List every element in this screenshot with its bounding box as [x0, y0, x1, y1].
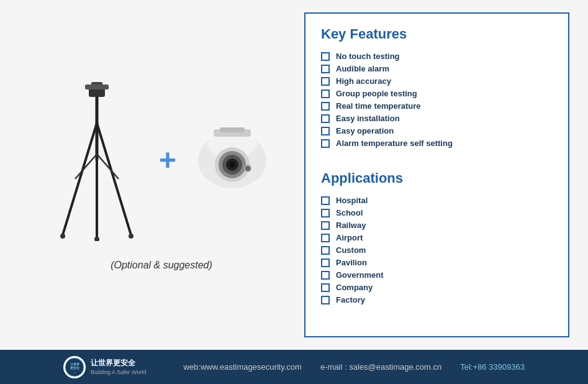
tripod-image: [53, 80, 140, 241]
checkbox-icon: [321, 127, 330, 135]
footer-info: web:www.eastimagesecurity.com e-mail : s…: [183, 362, 525, 372]
logo-line1: 让世界更安全: [91, 358, 146, 368]
checkbox-icon: [321, 283, 330, 292]
application-item: Custom: [321, 245, 553, 255]
feature-item: Easy operation: [321, 126, 553, 135]
checkbox-icon: [321, 246, 330, 255]
application-item: Factory: [321, 295, 553, 304]
logo-sub: Building A Safer World: [91, 368, 146, 377]
checkbox-icon: [321, 221, 330, 230]
optional-label: (Optional & suggested): [111, 260, 212, 271]
checkbox-icon: [321, 196, 330, 205]
checkbox-icon: [321, 271, 330, 280]
svg-text:更安全: 更安全: [70, 366, 80, 370]
application-text: Factory: [336, 295, 365, 304]
footer-logo: 让世界 更安全 ™ 让世界更安全 Building A Safer World: [63, 356, 146, 378]
applications-title: Applications: [321, 170, 553, 186]
footer-tel: Tel:+86 33909363: [460, 362, 525, 372]
feature-text: Group people testing: [336, 89, 417, 98]
svg-point-18: [229, 162, 235, 168]
application-item: Airport: [321, 233, 553, 242]
svg-text:™: ™: [73, 372, 76, 374]
features-title: Key Features: [321, 26, 553, 42]
checkbox-icon: [321, 258, 330, 267]
feature-text: Easy operation: [336, 126, 394, 135]
checkbox-icon: [321, 52, 330, 61]
checkbox-icon: [321, 114, 330, 123]
feature-item: No touch testing: [321, 52, 553, 61]
logo-circle: 让世界 更安全 ™: [63, 356, 86, 378]
feature-text: No touch testing: [336, 52, 400, 61]
plus-icon: +: [159, 143, 176, 177]
svg-rect-11: [85, 85, 109, 89]
application-text: School: [336, 208, 363, 217]
application-item: Hospital: [321, 196, 553, 205]
feature-item: Group people testing: [321, 89, 553, 98]
checkbox-icon: [321, 234, 330, 242]
application-item: Pavilion: [321, 258, 553, 267]
feature-item: Real time temperature: [321, 101, 553, 111]
svg-point-20: [245, 166, 250, 171]
footer: 让世界 更安全 ™ 让世界更安全 Building A Safer World …: [0, 350, 588, 384]
application-item: Railway: [321, 221, 553, 230]
application-item: Government: [321, 270, 553, 280]
feature-item: High accuracy: [321, 76, 553, 86]
application-text: Government: [336, 270, 384, 280]
feature-item: Easy installation: [321, 114, 553, 123]
checkbox-icon: [321, 209, 330, 217]
svg-line-3: [63, 123, 97, 235]
checkbox-icon: [321, 296, 330, 304]
feature-text: Real time temperature: [336, 101, 421, 111]
left-section: +: [19, 12, 304, 337]
application-text: Airport: [336, 233, 363, 242]
feature-text: Easy installation: [336, 114, 400, 123]
application-text: Company: [336, 283, 373, 292]
svg-point-8: [60, 234, 65, 239]
feature-text: Audible alarm: [336, 64, 389, 73]
checkbox-icon: [321, 65, 330, 73]
product-images: +: [53, 80, 269, 241]
feature-text: Alarm temperature self setting: [336, 139, 453, 148]
features-list: No touch testingAudible alarmHigh accura…: [321, 52, 553, 148]
right-section: Key Features No touch testingAudible ala…: [304, 12, 569, 337]
checkbox-icon: [321, 102, 330, 111]
feature-text: High accuracy: [336, 76, 391, 86]
application-item: Company: [321, 283, 553, 292]
footer-logo-text: 让世界更安全 Building A Safer World: [91, 358, 146, 376]
checkbox-icon: [321, 139, 330, 148]
svg-point-10: [94, 237, 99, 241]
svg-line-4: [97, 123, 131, 235]
svg-rect-22: [220, 127, 245, 132]
feature-item: Alarm temperature self setting: [321, 139, 553, 148]
checkbox-icon: [321, 89, 330, 98]
divider: [321, 160, 553, 161]
footer-email: e-mail : sales@eastimage.com.cn: [320, 362, 441, 372]
feature-item: Audible alarm: [321, 64, 553, 73]
application-text: Hospital: [336, 196, 368, 205]
application-text: Railway: [336, 221, 366, 230]
svg-point-9: [129, 234, 133, 239]
footer-web: web:www.eastimagesecurity.com: [183, 362, 302, 372]
application-text: Pavilion: [336, 258, 367, 267]
application-item: School: [321, 208, 553, 217]
applications-list: HospitalSchoolRailwayAirportCustomPavili…: [321, 196, 553, 304]
camera-image: [195, 123, 269, 198]
checkbox-icon: [321, 77, 330, 86]
application-text: Custom: [336, 245, 366, 255]
